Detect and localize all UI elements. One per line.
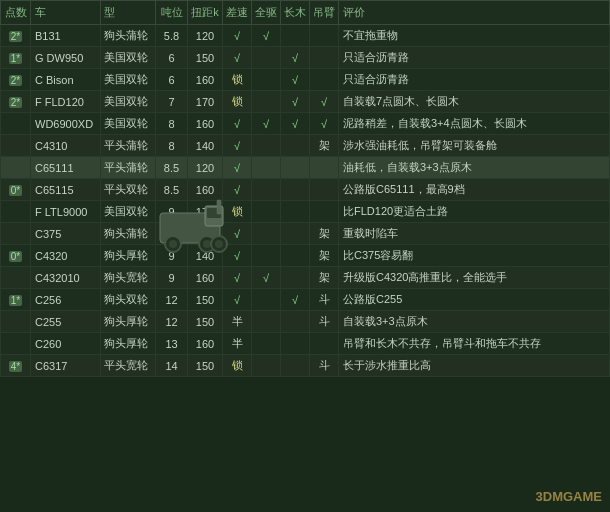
cell-tons: 7 [156, 91, 188, 113]
cell-points: 0* [1, 179, 31, 201]
points-badge: 4* [9, 361, 22, 372]
cell-crane [310, 201, 339, 223]
header-type: 型 [101, 1, 156, 25]
table-row: 0*C4320狗头厚轮9140√架比C375容易翻 [1, 245, 610, 267]
header-points: 点数 [1, 1, 31, 25]
table-row: F LTL9000美国双轮9170锁比FLD120更适合土路 [1, 201, 610, 223]
cell-car: WD6900XD [31, 113, 101, 135]
cell-awd [252, 135, 281, 157]
header-tons: 吨位 [156, 1, 188, 25]
cell-diff: 半 [223, 311, 252, 333]
cell-diff: √ [223, 113, 252, 135]
cell-points: 2* [1, 25, 31, 47]
cell-crane: √ [310, 91, 339, 113]
points-badge: 2* [9, 75, 22, 86]
cell-torque: 160 [188, 69, 223, 91]
cell-tons: 9 [156, 245, 188, 267]
cell-torque: 170 [188, 91, 223, 113]
cell-log [281, 25, 310, 47]
cell-log: √ [281, 113, 310, 135]
cell-crane [310, 333, 339, 355]
table-row: 1*C256狗头双轮12150√√斗公路版C255 [1, 289, 610, 311]
cell-log [281, 179, 310, 201]
cell-tons: 8 [156, 113, 188, 135]
cell-torque: 140 [188, 223, 223, 245]
cell-eval: 不宜拖重物 [339, 25, 610, 47]
cell-tons: 6 [156, 47, 188, 69]
points-badge: 1* [9, 53, 22, 64]
cell-type: 平头蒲轮 [101, 135, 156, 157]
cell-tons: 12 [156, 289, 188, 311]
cell-crane [310, 179, 339, 201]
main-container: 点数 车 型 吨位 扭距k 差速 全驱 长木 吊臂 评价 2*B131狗头蒲轮5… [0, 0, 610, 512]
cell-log [281, 267, 310, 289]
cell-crane: 斗 [310, 289, 339, 311]
points-badge: 2* [9, 97, 22, 108]
cell-diff: 锁 [223, 91, 252, 113]
cell-type: 平头双轮 [101, 179, 156, 201]
cell-awd [252, 333, 281, 355]
cell-eval: 只适合沥青路 [339, 47, 610, 69]
cell-log: √ [281, 69, 310, 91]
cell-points: 2* [1, 69, 31, 91]
cell-torque: 160 [188, 333, 223, 355]
cell-car: C65115 [31, 179, 101, 201]
table-row: WD6900XD美国双轮8160√√√√泥路稍差，自装载3+4点圆木、长圆木 [1, 113, 610, 135]
cell-torque: 170 [188, 201, 223, 223]
cell-type: 狗头蒲轮 [101, 223, 156, 245]
cell-log [281, 311, 310, 333]
cell-type: 平头蒲轮 [101, 157, 156, 179]
cell-torque: 160 [188, 267, 223, 289]
cell-crane: 架 [310, 267, 339, 289]
header-eval: 评价 [339, 1, 610, 25]
cell-awd [252, 355, 281, 377]
cell-log [281, 245, 310, 267]
cell-diff: √ [223, 223, 252, 245]
header-crane: 吊臂 [310, 1, 339, 25]
cell-log: √ [281, 47, 310, 69]
cell-tons: 8 [156, 135, 188, 157]
cell-points [1, 201, 31, 223]
cell-log [281, 355, 310, 377]
cell-torque: 140 [188, 135, 223, 157]
cell-tons: 14 [156, 355, 188, 377]
table-wrapper[interactable]: 点数 车 型 吨位 扭距k 差速 全驱 长木 吊臂 评价 2*B131狗头蒲轮5… [0, 0, 610, 512]
cell-diff: √ [223, 179, 252, 201]
cell-type: 狗头厚轮 [101, 311, 156, 333]
cell-car: C256 [31, 289, 101, 311]
cell-points [1, 333, 31, 355]
table-row: 2*B131狗头蒲轮5.8120√√不宜拖重物 [1, 25, 610, 47]
cell-type: 狗头双轮 [101, 289, 156, 311]
cell-diff: 锁 [223, 201, 252, 223]
cell-type: 美国双轮 [101, 91, 156, 113]
cell-awd [252, 223, 281, 245]
cell-tons: 12 [156, 311, 188, 333]
cell-torque: 150 [188, 311, 223, 333]
cell-diff: √ [223, 25, 252, 47]
cell-crane: 架 [310, 245, 339, 267]
table-row: 2*F FLD120美国双轮7170锁√√自装载7点圆木、长圆木 [1, 91, 610, 113]
cell-torque: 150 [188, 289, 223, 311]
cell-diff: √ [223, 289, 252, 311]
cell-type: 美国双轮 [101, 47, 156, 69]
table-row: C432010狗头宽轮9160√√架升级版C4320高推重比，全能选手 [1, 267, 610, 289]
cell-type: 平头宽轮 [101, 355, 156, 377]
cell-car: F FLD120 [31, 91, 101, 113]
cell-eval: 涉水强油耗低，吊臂架可装备舱 [339, 135, 610, 157]
cell-torque: 140 [188, 245, 223, 267]
header-torque: 扭距k [188, 1, 223, 25]
cell-diff: √ [223, 245, 252, 267]
cell-car: C432010 [31, 267, 101, 289]
cell-tons: 8.5 [156, 157, 188, 179]
header-car: 车 [31, 1, 101, 25]
cell-points [1, 267, 31, 289]
cell-torque: 160 [188, 113, 223, 135]
cell-awd: √ [252, 25, 281, 47]
cell-log [281, 333, 310, 355]
cell-type: 狗头厚轮 [101, 245, 156, 267]
points-badge: 0* [9, 251, 22, 262]
cell-awd [252, 201, 281, 223]
cell-awd: √ [252, 267, 281, 289]
cell-eval: 重载时陷车 [339, 223, 610, 245]
cell-crane: 架 [310, 135, 339, 157]
